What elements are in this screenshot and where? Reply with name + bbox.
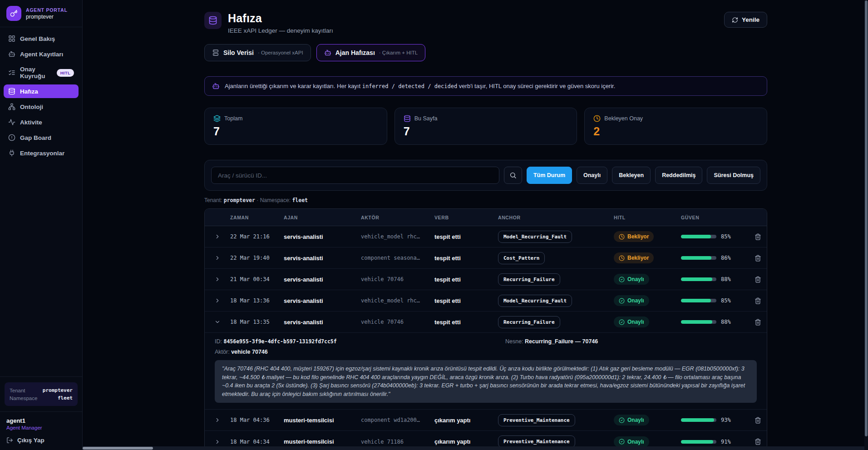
table-row[interactable]: 22 Mar 21:16 servis-analisti vehicle_mod… xyxy=(205,226,767,247)
layers-icon xyxy=(213,115,221,122)
confidence-cell: 85% xyxy=(681,297,749,304)
table-row[interactable]: 18 Mar 13:36 servis-analisti vehicle_mod… xyxy=(205,290,767,312)
page-subtitle: IEEE xAPI Ledger — deneyim kayıtları xyxy=(228,27,333,34)
delete-button[interactable] xyxy=(749,438,767,445)
table-row[interactable]: 18 Mar 04:36 musteri-temsilcisi componen… xyxy=(205,410,767,431)
row-actor: vehicle 71186 xyxy=(361,439,434,445)
search-input[interactable] xyxy=(211,167,499,184)
expand-chevron-icon[interactable] xyxy=(205,255,230,261)
expand-chevron-icon[interactable] xyxy=(205,439,230,445)
table-header: ZAMAN AJAN AKTÖR VERB ANCHOR HITL GÜVEN xyxy=(205,209,767,226)
sidebar-nav: Genel Bakış Agent Kayıtları Onay Kuyruğu… xyxy=(0,27,82,376)
delete-button[interactable] xyxy=(749,297,767,304)
check-circle-icon xyxy=(619,319,625,325)
view-tabs: Silo Verisi · Operasyonel xAPI Ajan Hafı… xyxy=(204,44,767,61)
tenant-namespace-line: Tenant: promptever · Namespace: fleet xyxy=(204,197,767,203)
delete-button[interactable] xyxy=(749,233,767,240)
sidebar-bottom: Tenant promptever Namespace fleet agent1… xyxy=(0,376,82,450)
sidebar-item-ontoloji[interactable]: Ontoloji xyxy=(4,100,79,114)
status-filter-chip[interactable]: Onaylı xyxy=(577,167,607,184)
confidence-bar xyxy=(681,277,716,281)
detail-id: ID: 8456e955-3f9e-4dfc-b597-13192fd7cc5f xyxy=(215,338,505,345)
row-agent: servis-analisti xyxy=(284,276,361,283)
sidebar-item-agent-kay-tlar-[interactable]: Agent Kayıtları xyxy=(4,47,79,61)
row-actor: vehicle_model rhc… xyxy=(361,233,434,240)
sidebar-item-onay-kuyru-u[interactable]: Onay Kuyruğu HITL xyxy=(4,63,79,83)
trash-icon xyxy=(755,233,761,240)
row-verb: tespit etti xyxy=(434,233,498,240)
table-row[interactable]: 18 Mar 13:35 servis-analisti vehicle 707… xyxy=(205,312,767,333)
status-filter-chip[interactable]: Reddedilmiş xyxy=(655,167,702,184)
database-icon xyxy=(204,12,222,29)
row-actor: component seasona… xyxy=(361,255,434,261)
inference-quote: "Araç 70746 (RHC 404 400, müşteri 159267… xyxy=(215,360,757,403)
confidence-cell: 93% xyxy=(681,417,749,423)
sidebar-item-entegrasyonlar[interactable]: Entegrasyonlar xyxy=(4,146,79,160)
confidence-cell: 91% xyxy=(681,439,749,445)
sidebar-item-aktivite[interactable]: Aktivite xyxy=(4,115,79,129)
hitl-status-badge: Bekliyor xyxy=(614,231,654,242)
delete-button[interactable] xyxy=(749,417,767,424)
delete-button[interactable] xyxy=(749,255,767,262)
hierarchy-icon xyxy=(8,103,15,110)
ledger-table: ZAMAN AJAN AKTÖR VERB ANCHOR HITL GÜVEN … xyxy=(204,208,767,450)
row-time: 21 Mar 00:34 xyxy=(230,276,284,282)
table-body: 22 Mar 21:16 servis-analisti vehicle_mod… xyxy=(205,226,767,450)
sidebar: AGENT PORTAL promptever Genel Bakış Agen… xyxy=(0,0,83,450)
table-row[interactable]: 22 Mar 19:40 servis-analisti component s… xyxy=(205,247,767,269)
tenant-value: promptever xyxy=(43,387,73,393)
trash-icon xyxy=(755,417,761,424)
expand-chevron-icon[interactable] xyxy=(205,276,230,282)
row-verb: tespit etti xyxy=(434,276,498,283)
vertical-scrollbar-thumb[interactable] xyxy=(865,0,868,436)
checklist-icon xyxy=(8,69,15,76)
server-icon xyxy=(212,49,219,56)
column-header: GÜVEN xyxy=(681,215,749,220)
confidence-bar xyxy=(681,235,716,238)
activity-icon xyxy=(8,119,15,126)
horizontal-scrollbar-thumb[interactable] xyxy=(83,447,153,450)
column-header: HITL xyxy=(614,215,681,220)
table-row[interactable]: 21 Mar 00:34 servis-analisti vehicle 707… xyxy=(205,269,767,290)
anchor-badge: Cost_Pattern xyxy=(498,252,545,264)
expand-chevron-icon[interactable] xyxy=(205,233,230,240)
sidebar-item-gap-board[interactable]: Gap Board xyxy=(4,131,79,144)
trash-icon xyxy=(755,319,761,326)
anchor-badge: Recurring_Failure xyxy=(498,316,560,328)
tab-ajan-haf-zas-[interactable]: Ajan Hafızası · Çıkarım + HITL xyxy=(316,44,425,61)
delete-button[interactable] xyxy=(749,319,767,326)
logout-icon xyxy=(6,437,13,444)
user-name: agent1 xyxy=(6,417,76,424)
expand-chevron-icon[interactable] xyxy=(205,297,230,304)
plug-icon xyxy=(8,149,15,157)
confidence-cell: 85% xyxy=(681,233,749,240)
status-filter-chip[interactable]: Bekleyen xyxy=(612,167,651,184)
confidence-bar xyxy=(681,418,716,422)
clock-icon xyxy=(593,115,601,122)
row-actor: vehicle 70746 xyxy=(361,319,434,325)
search-button[interactable] xyxy=(504,167,522,184)
expand-chevron-icon[interactable] xyxy=(205,319,230,325)
sidebar-item-genel-bak-[interactable]: Genel Bakış xyxy=(4,32,79,45)
tab-silo-verisi[interactable]: Silo Verisi · Operasyonel xAPI xyxy=(204,44,311,61)
app-window: AGENT PORTAL promptever Genel Bakış Agen… xyxy=(0,0,868,450)
hitl-status-badge: Onaylı xyxy=(614,316,649,327)
main-content: Hafıza IEEE xAPI Ledger — deneyim kayıtl… xyxy=(83,0,868,450)
vertical-scrollbar[interactable] xyxy=(864,0,868,450)
row-time: 18 Mar 13:35 xyxy=(230,319,284,325)
status-filter-chip[interactable]: Süresi Dolmuş xyxy=(707,167,760,184)
row-agent: servis-analisti xyxy=(284,319,361,326)
confidence-bar xyxy=(681,320,716,324)
logout-button[interactable]: Çıkış Yap xyxy=(6,437,76,444)
key-icon xyxy=(6,6,21,21)
status-filter-chip[interactable]: Tüm Durum xyxy=(527,167,572,184)
expand-chevron-icon[interactable] xyxy=(205,417,230,423)
delete-button[interactable] xyxy=(749,276,767,283)
anchor-badge: Model_Recurring_Fault xyxy=(498,231,572,243)
confidence-bar xyxy=(681,256,716,260)
horizontal-scrollbar[interactable] xyxy=(83,446,864,450)
row-verb: tespit etti xyxy=(434,319,498,326)
sidebar-item-haf-za[interactable]: Hafıza xyxy=(4,84,79,98)
refresh-button[interactable]: Yenile xyxy=(724,12,767,28)
trash-icon xyxy=(755,297,761,304)
